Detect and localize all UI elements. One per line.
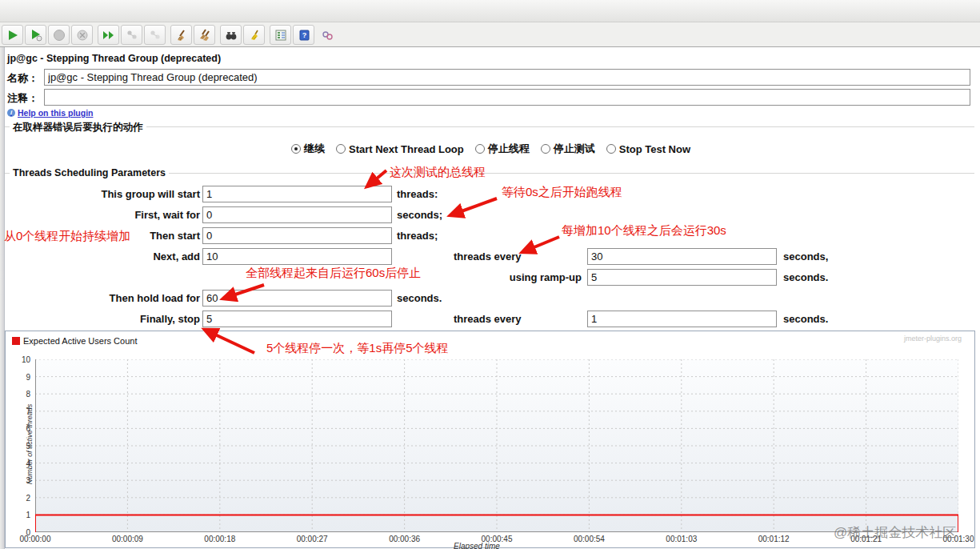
name-label: 名称： bbox=[7, 71, 38, 86]
radio-continue[interactable]: 继续 bbox=[291, 142, 325, 156]
y-axis-ticks: 012345678910 bbox=[6, 359, 32, 532]
ramp-up-input[interactable] bbox=[587, 269, 777, 286]
comments-label: 注释： bbox=[7, 91, 38, 106]
group-start-suffix: threads: bbox=[397, 188, 438, 200]
chart-legend: Expected Active Users Count bbox=[12, 336, 137, 346]
comments-input[interactable] bbox=[44, 89, 970, 106]
clear-all-button[interactable] bbox=[194, 25, 215, 45]
row-next-add: Next, add threads every seconds, bbox=[5, 248, 974, 266]
error-action-legend: 在取样器错误后要执行的动作 bbox=[10, 121, 146, 134]
help-link-label: Help on this plugin bbox=[18, 108, 94, 118]
radio-label: 继续 bbox=[304, 142, 325, 156]
radio-start-next-thread-loop[interactable]: Start Next Thread Loop bbox=[336, 143, 464, 155]
group-start-input[interactable] bbox=[202, 186, 392, 202]
svg-text:?: ? bbox=[302, 31, 306, 39]
annotation-stop-5-per-1s: 5个线程停一次，等1s再停5个线程 bbox=[266, 341, 449, 356]
function-helper-icon-button[interactable] bbox=[316, 25, 338, 45]
row-hold-load: Then hold load for seconds. bbox=[5, 290, 974, 307]
stop-button[interactable] bbox=[48, 25, 70, 45]
row-first-wait: First, wait for seconds; bbox=[5, 206, 974, 224]
radio-stop-test[interactable]: 停止测试 bbox=[541, 142, 595, 156]
row-finally-stop: Finally, stop threads every seconds. bbox=[5, 311, 974, 328]
threads-every-input[interactable] bbox=[587, 248, 777, 265]
error-action-radios: 继续 Start Next Thread Loop 停止线程 停止测试 Stop… bbox=[291, 142, 690, 156]
next-add-input[interactable] bbox=[202, 248, 392, 265]
plot-area bbox=[35, 359, 958, 532]
jmeter-window: ? 00:00:00 0 ! 0 / 2 jp@gc - Stepping Th… bbox=[0, 0, 980, 549]
finally-stop-input[interactable] bbox=[202, 311, 392, 327]
stop-threads-every-input[interactable] bbox=[587, 311, 777, 327]
row-group-start: This group will start threads: bbox=[5, 186, 974, 203]
legend-label: Expected Active Users Count bbox=[23, 336, 137, 346]
page-title: jp@gc - Stepping Thread Group (deprecate… bbox=[7, 53, 221, 64]
ramp-up-label: using ramp-up bbox=[454, 271, 582, 283]
hold-load-suffix: seconds. bbox=[397, 292, 442, 304]
ramp-up-suffix: seconds. bbox=[783, 271, 828, 283]
expected-users-line bbox=[35, 359, 958, 532]
search-icon-button[interactable] bbox=[220, 25, 242, 45]
annotation-increase-from-0: 从0个线程开始持续增加 bbox=[4, 229, 130, 244]
help-on-plugin-link[interactable]: i Help on this plugin bbox=[7, 108, 94, 118]
radio-label: Stop Test Now bbox=[619, 143, 690, 155]
hold-load-input[interactable] bbox=[202, 290, 392, 307]
start-button[interactable] bbox=[2, 25, 23, 45]
preview-chart-panel: Expected Active Users Count jmeter-plugi… bbox=[5, 331, 975, 548]
error-action-group: 在取样器错误后要执行的动作 继续 Start Next Thread Loop … bbox=[5, 126, 974, 165]
radio-label: 停止线程 bbox=[488, 142, 530, 156]
window-top-strip bbox=[0, 0, 980, 22]
stop-threads-every-suffix: seconds. bbox=[783, 313, 828, 325]
first-wait-label: First, wait for bbox=[5, 209, 200, 221]
row-then-start: Then start threads; bbox=[5, 227, 974, 245]
row-ramp-up: using ramp-up seconds. bbox=[5, 269, 974, 287]
radio-icon bbox=[475, 144, 485, 154]
annotation-wait-0s: 等待0s之后开始跑线程 bbox=[502, 185, 622, 200]
radio-stop-test-now[interactable]: Stop Test Now bbox=[606, 143, 690, 155]
radio-label: 停止测试 bbox=[554, 142, 595, 156]
annotation-hold-60s: 全部线程起来自后运行60s后停止 bbox=[246, 266, 421, 281]
annotation-total-threads: 这次测试的总线程 bbox=[390, 165, 486, 180]
threads-every-suffix: seconds, bbox=[783, 250, 828, 262]
remote-start-all-button[interactable] bbox=[98, 25, 119, 45]
search-reset-button[interactable] bbox=[243, 25, 265, 45]
remote-shutdown-all-button[interactable] bbox=[144, 25, 166, 45]
first-wait-suffix: seconds; bbox=[397, 209, 442, 221]
remote-stop-all-button[interactable] bbox=[121, 25, 142, 45]
threads-scheduling-group: Threads Scheduling Parameters This group… bbox=[5, 173, 974, 330]
start-no-timers-button[interactable] bbox=[25, 25, 46, 45]
then-start-input[interactable] bbox=[202, 227, 392, 244]
annotation-add-10-run-30s: 每增加10个线程之后会运行30s bbox=[562, 223, 726, 238]
x-axis-title: Elapsed time bbox=[454, 542, 500, 549]
threads-every-label: threads every bbox=[454, 250, 522, 262]
site-watermark: @稀土掘金技术社区 bbox=[834, 523, 956, 542]
toolbar: ? 00:00:00 0 ! 0 / 2 bbox=[0, 22, 980, 47]
first-wait-input[interactable] bbox=[202, 206, 392, 223]
radio-selected-icon bbox=[291, 144, 301, 154]
legend-color-swatch bbox=[12, 337, 20, 345]
radio-icon bbox=[606, 144, 616, 154]
radio-icon bbox=[336, 144, 346, 154]
hold-load-label: Then hold load for bbox=[5, 292, 200, 304]
radio-icon bbox=[541, 144, 550, 154]
info-icon: i bbox=[7, 109, 15, 117]
finally-stop-label: Finally, stop bbox=[5, 313, 200, 325]
shutdown-button[interactable] bbox=[71, 25, 93, 45]
name-input[interactable] bbox=[44, 69, 970, 86]
next-add-label: Next, add bbox=[5, 250, 200, 262]
stop-threads-every-label: threads every bbox=[454, 313, 522, 325]
radio-label: Start Next Thread Loop bbox=[349, 143, 464, 155]
jmeter-plugins-watermark: jmeter-plugins.org bbox=[904, 335, 962, 343]
scheduling-legend: Threads Scheduling Parameters bbox=[10, 167, 169, 178]
clear-button[interactable] bbox=[170, 25, 192, 45]
radio-stop-thread[interactable]: 停止线程 bbox=[475, 142, 530, 156]
group-start-label: This group will start bbox=[5, 188, 200, 200]
toggle-list-icon-button[interactable] bbox=[270, 25, 291, 45]
then-start-suffix: threads; bbox=[397, 230, 438, 242]
help-book-icon-button[interactable]: ? bbox=[293, 25, 314, 45]
